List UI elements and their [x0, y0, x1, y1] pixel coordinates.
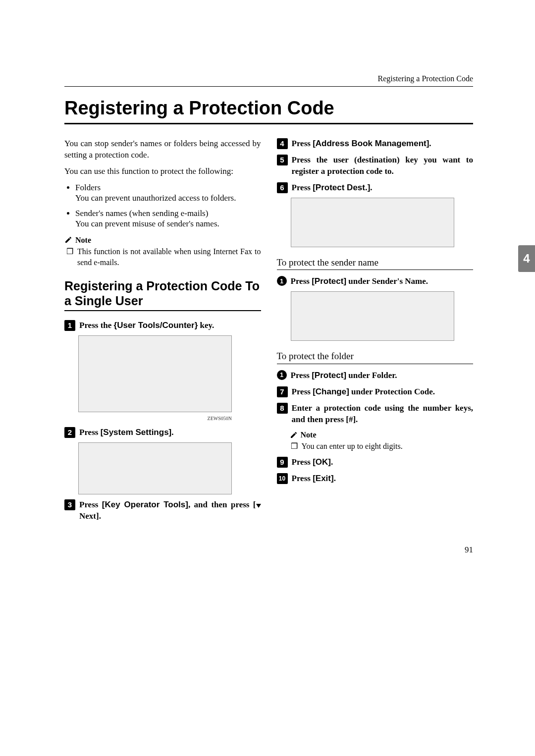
title-rule — [64, 123, 473, 124]
step-1: 1 Press the User Tools/Counter key. — [64, 320, 261, 331]
step-9-number: 9 — [277, 457, 288, 468]
bullet-folders: Folders — [75, 183, 101, 192]
note-item-2: ❒ You can enter up to eight digits. — [291, 441, 474, 452]
section-subhead: Registering a Protection Code To a Singl… — [64, 278, 261, 308]
step-8-number: 8 — [277, 403, 288, 414]
step-4-number: 4 — [277, 138, 288, 149]
section-tab: 4 — [518, 245, 535, 272]
step-10-number: 10 — [277, 473, 288, 484]
pencil-icon — [64, 236, 72, 244]
step-2-number: 2 — [64, 427, 75, 438]
intro-paragraph-2: You can use this function to protect the… — [64, 166, 261, 177]
figure-caption-1: ZEWS050N — [64, 415, 233, 422]
substep-2: 1 Press [Protect] under Folder. — [277, 370, 474, 381]
step-7-number: 7 — [277, 386, 288, 397]
figure-protect-sender — [291, 291, 454, 341]
intro-paragraph-1: You can stop sender's names or folders b… — [64, 138, 261, 161]
page-title: Registering a Protection Code — [64, 98, 473, 119]
step-10: 10 Press [Exit]. — [277, 473, 474, 485]
step-3: 3 Press [Key Operator Tools], and then p… — [64, 499, 261, 522]
step-2: 2 Press [System Settings]. — [64, 427, 261, 438]
note-heading: Note — [64, 235, 261, 246]
page-number: 91 — [64, 545, 473, 555]
subsection-folder: To protect the folder — [277, 350, 474, 363]
bullet-folders-desc: You can prevent unauthorized access to f… — [75, 193, 261, 204]
note-heading-2: Note — [290, 430, 474, 440]
substep-1-number: 1 — [277, 276, 287, 286]
step-5-number: 5 — [277, 155, 288, 165]
note-item-1: ❒ This function is not available when us… — [66, 246, 261, 268]
step-8: 8 Enter a protection code using the numb… — [277, 403, 474, 426]
substep-2-number: 1 — [277, 370, 287, 380]
subhead-rule — [64, 310, 261, 311]
step-7: 7 Press [Change] under Protection Code. — [277, 386, 474, 398]
subsection-sender-name: To protect the sender name — [277, 256, 474, 269]
figure-system-settings — [78, 442, 232, 494]
step-6: 6 Press [Protect Dest.]. — [277, 182, 474, 194]
sub1-rule — [277, 270, 474, 270]
header-rule — [64, 86, 473, 87]
left-column: You can stop sender's names or folders b… — [64, 138, 261, 525]
step-1-number: 1 — [64, 320, 75, 331]
protect-list: Folders You can prevent unauthorized acc… — [64, 182, 261, 230]
step-6-number: 6 — [277, 182, 288, 193]
substep-1: 1 Press [Protect] under Sender's Name. — [277, 276, 474, 287]
bullet-senders-desc: You can prevent misuse of sender's names… — [75, 218, 261, 230]
pencil-icon — [290, 431, 298, 439]
down-triangle-icon — [256, 504, 261, 508]
right-column: 4 Press [Address Book Management]. 5 Pre… — [277, 138, 474, 525]
figure-protect-dest — [291, 198, 454, 247]
sub2-rule — [277, 364, 474, 364]
step-4: 4 Press [Address Book Management]. — [277, 138, 474, 150]
step-9: 9 Press [OK]. — [277, 457, 474, 468]
bullet-senders: Sender's names (when sending e-mails) — [75, 209, 208, 218]
figure-user-tools-counter — [78, 335, 232, 412]
step-3-number: 3 — [64, 499, 75, 510]
running-header: Registering a Protection Code — [64, 74, 473, 83]
step-5: 5 Press the user (destination) key you w… — [277, 155, 474, 177]
